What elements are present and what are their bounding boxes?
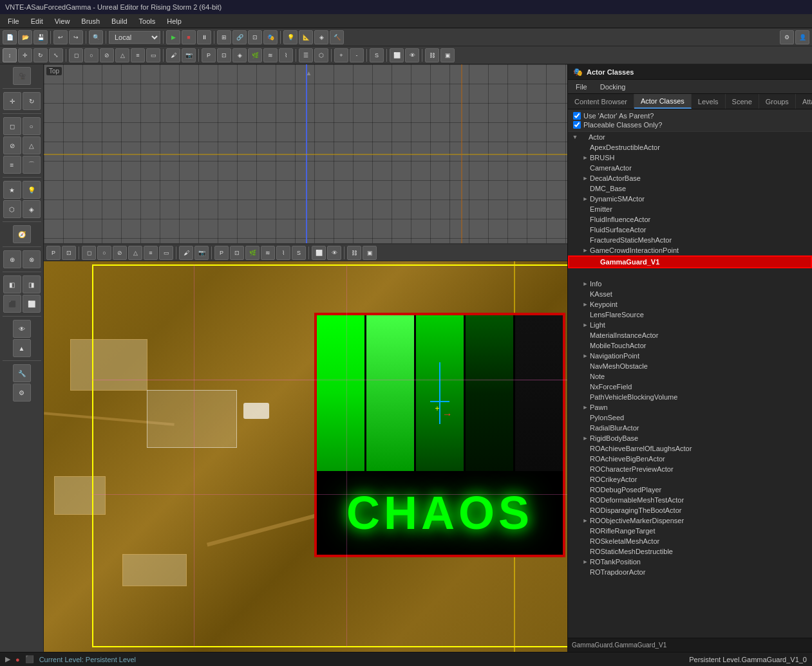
select-btn[interactable]: ↕ [3,48,17,62]
sphere-btn[interactable]: ○ [84,48,99,62]
tab-content-browser[interactable]: Content Browser [568,94,634,109]
scale-btn[interactable]: ⤡ [49,48,63,62]
vp-phys[interactable]: ≋ [261,246,275,260]
tree-item-ro-obj[interactable]: ► ROObjectiveMarkerDispenser [568,515,812,526]
tree-item-navmesh[interactable]: NavMeshObstacle [568,361,812,371]
expand-rigid[interactable]: ► [581,434,590,443]
grid-snap-btn[interactable]: P [202,48,216,62]
play-btn[interactable]: ▶ [166,30,180,44]
snap-btn[interactable]: 🔗 [232,30,247,44]
vp-paint[interactable]: 🖌 [179,246,193,260]
vp-cone[interactable]: △ [128,246,142,260]
tree-item-pathvehicle[interactable]: PathVehicleBlockingVolume [568,392,812,402]
vp-grid[interactable]: P [214,246,229,260]
stairs-btn[interactable]: ≡ [131,48,145,62]
lt-wrench[interactable]: 🔧 [13,364,31,382]
lt-cone[interactable]: △ [23,136,41,154]
tree-item-radial[interactable]: RadialBlurActor [568,423,812,433]
tree-item-ro-charpreview[interactable]: ROCharacterPreviewActor [568,464,812,474]
cone-btn[interactable]: △ [115,48,129,62]
status-icon-play[interactable]: ▶ [5,655,10,663]
surface-snap-btn[interactable]: ⊡ [217,48,231,62]
lt-sphere[interactable]: ○ [23,117,41,135]
tree-item-light[interactable]: ► Light [568,320,812,330]
tree-item-nxforce[interactable]: NxForceField [568,382,812,392]
move-btn[interactable]: ✛ [18,48,32,62]
lt-move[interactable]: ✛ [3,92,21,110]
pause-btn[interactable]: ⏸ [197,30,211,44]
tab-attach[interactable]: Attach... [796,94,812,109]
expand-navpoint[interactable]: ► [581,351,590,360]
additive-btn[interactable]: + [334,48,348,62]
tab-scene[interactable]: Scene [726,94,759,109]
tree-item-ro-tank[interactable]: ► ROTankPosition [568,557,812,567]
tab-levels[interactable]: Levels [692,94,726,109]
vp-cam[interactable]: 📷 [194,246,209,260]
status-icon-rec[interactable]: ● [15,656,20,663]
rect-btn[interactable]: ▣ [440,48,455,62]
bottom-viewport[interactable]: → + CHAOS [44,261,567,652]
vp-rect[interactable]: ▣ [363,246,377,260]
vp-s[interactable]: S [292,246,306,260]
window-btn[interactable]: ⬜ [390,48,404,62]
lt-cube[interactable]: ◻ [3,117,21,135]
mode-select[interactable]: Local World [109,31,160,44]
tree-item-dynamic[interactable]: ► DynamicSMActor [568,194,812,204]
tree-item-kasset[interactable]: KAsset [568,289,812,299]
tab-actor-classes[interactable]: Actor Classes [634,94,692,109]
tree-item-navpoint[interactable]: ► NavigationPoint [568,351,812,361]
tree-item-actor[interactable]: ▼ Actor [568,132,812,142]
vert-snap-btn[interactable]: ◈ [232,48,247,62]
undo-btn[interactable]: ↩ [53,30,68,44]
panel-menu-file[interactable]: File [571,82,592,92]
lt-add-2[interactable]: ⊗ [23,250,41,268]
tree-item-mobile[interactable]: MobileTouchActor [568,340,812,351]
align-btn[interactable]: ⊡ [248,30,262,44]
search-btn[interactable]: 🔍 [89,30,103,44]
bsp-btn[interactable]: ◈ [314,30,328,44]
menu-brush[interactable]: Brush [76,16,105,26]
tree-item-ro-trap[interactable]: ROTrapdoorActor [568,567,812,577]
paint-btn[interactable]: 🖌 [166,48,180,62]
tree-item-extra[interactable] [568,268,812,279]
cube-btn[interactable]: ◻ [69,48,83,62]
vp-chain[interactable]: ⛓ [347,246,361,260]
tree-item-ro-deform[interactable]: RODeformableMeshTestActor [568,495,812,505]
tree-item-ro-dispar[interactable]: RODisparagingTheBootActor [568,505,812,515]
tree-item-ro-debug[interactable]: RODebugPosedPlayer [568,485,812,495]
tree-item-matinst[interactable]: MaterialInstanceActor [568,330,812,340]
build-all-btn[interactable]: 🔨 [330,30,344,44]
settings-btn[interactable]: ⚙ [780,30,794,44]
lt-brush[interactable]: ⬡ [3,200,21,218]
tab-groups[interactable]: Groups [759,94,796,109]
tree-item-ro-bigben[interactable]: ROAchieveBigBenActor [568,454,812,464]
menu-view[interactable]: View [50,16,75,26]
vp-align[interactable]: ⊡ [230,246,244,260]
cb-use-actor[interactable] [573,112,581,120]
tree-item-ro-barrel[interactable]: ROAchieveBarrelOfLaughsActor [568,443,812,454]
lt-camera[interactable]: 🎥 [13,67,31,85]
decal-btn[interactable]: ☰ [299,48,313,62]
menu-help[interactable]: Help [162,16,187,26]
tree-container[interactable]: ▼ Actor ApexDestructibleActor ► BRUSH Ca… [568,132,812,638]
vp-cyl[interactable]: ⊘ [113,246,127,260]
lt-view-4[interactable]: ⬜ [23,295,41,313]
lt-view-3[interactable]: ⬛ [3,295,21,313]
expand-brush[interactable]: ► [581,153,590,162]
tree-item-pylon[interactable]: PylonSeed [568,412,812,423]
rotate-btn[interactable]: ↻ [33,48,48,62]
expand-gamecrowd[interactable]: ► [581,246,590,255]
lt-view-1[interactable]: ◧ [3,275,21,293]
grid-btn[interactable]: ⊞ [217,30,231,44]
menu-tools[interactable]: Tools [134,16,161,26]
chain-btn[interactable]: ⛓ [425,48,439,62]
vp-eye2[interactable]: 👁 [327,246,341,260]
camera-btn[interactable]: 📷 [182,48,196,62]
menu-edit[interactable]: Edit [26,16,48,26]
vp-sphere[interactable]: ○ [97,246,111,260]
top-viewport[interactable]: Top ▲ [44,64,567,245]
tree-item-camera[interactable]: CameraActor [568,163,812,173]
tree-item-decal[interactable]: ► DecalActorBase [568,173,812,183]
lt-add-1[interactable]: ⊕ [3,250,21,268]
tree-item-ro-static[interactable]: ROStaticMeshDestructible [568,546,812,557]
